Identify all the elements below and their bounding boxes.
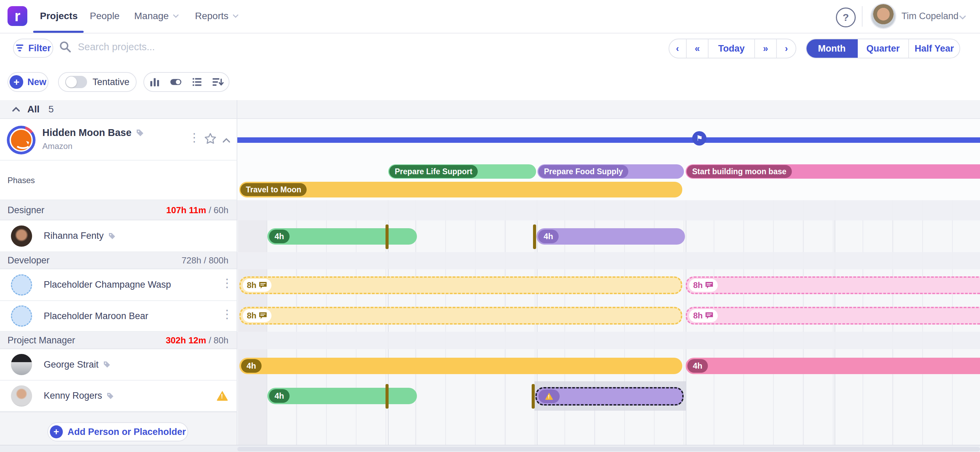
user-name: Tim Copeland <box>902 11 958 22</box>
search-icon <box>59 40 72 53</box>
phase-label: Prepare Life Support <box>389 165 478 178</box>
add-person-button[interactable]: + Add Person or Placeholder <box>48 422 188 441</box>
comment-icon <box>705 281 714 289</box>
assignment-label: 4h <box>538 230 558 243</box>
person-avatar[interactable] <box>11 225 32 247</box>
nav-tab-label: Projects <box>40 11 78 22</box>
view-tab-label: Quarter <box>866 43 900 54</box>
assignment-label: 4h <box>241 359 262 373</box>
today-label: Today <box>718 43 745 54</box>
chart-icon[interactable] <box>149 76 161 88</box>
assignment-hours: 8h <box>693 311 703 320</box>
next-day-button[interactable]: › <box>777 39 796 58</box>
role-row-project-manager: Project Manager 302h 12m / 80h <box>0 332 980 349</box>
person-row-placeholder-maroon-bear: Placeholder Maroon Bear ⋮ 8h 8h <box>0 301 980 332</box>
project-name[interactable]: Hidden Moon Base <box>42 127 132 138</box>
view-tab-month[interactable]: Month <box>807 39 858 58</box>
search-input[interactable] <box>77 41 318 53</box>
placeholder-assignment-bar[interactable]: 8h <box>686 276 980 294</box>
collapse-chevron-up-icon[interactable] <box>11 104 21 115</box>
project-timeline-bar[interactable] <box>237 137 980 143</box>
assignment-bar[interactable]: 4h <box>267 388 417 404</box>
today-button[interactable]: Today <box>708 39 755 58</box>
phase-bar-prepare-life-support[interactable]: Prepare Life Support <box>388 165 536 179</box>
app-window: r Projects People Manage Reports ? Tim C… <box>0 0 980 452</box>
milestone-flag[interactable]: ⚑ <box>692 131 706 145</box>
nav-tab-manage[interactable]: Manage <box>134 0 180 32</box>
active-tab-underline <box>33 31 84 33</box>
comment-icon <box>258 281 267 289</box>
phase-bar-prepare-food-supply[interactable]: Prepare Food Supply <box>538 165 684 179</box>
phase-bar-travel-to-moon[interactable]: Travel to Moon <box>239 182 682 198</box>
person-name[interactable]: Placeholder Champagne Wasp <box>44 280 171 290</box>
display-options-group <box>143 72 229 92</box>
project-collapse-chevron-icon[interactable] <box>221 135 232 145</box>
placeholder-assignment-bar[interactable]: 8h <box>686 307 980 324</box>
person-row-kenny-rogers: Kenny Rogers 4h <box>0 380 980 412</box>
tentative-toggle[interactable]: Tentative <box>58 72 137 92</box>
assignment-bar[interactable]: 4h <box>267 228 417 244</box>
person-avatar[interactable] <box>11 354 32 375</box>
horizontal-scrollbar[interactable] <box>0 445 980 452</box>
role-hours: 728h / 800h <box>182 255 228 266</box>
add-person-label: Add Person or Placeholder <box>68 427 186 437</box>
row-menu-button[interactable]: ⋮ <box>221 280 233 286</box>
assignment-bar[interactable]: 4h <box>536 228 685 244</box>
role-hours: 107h 11m / 60h <box>166 204 228 215</box>
nav-tab-projects[interactable]: Projects <box>40 0 78 32</box>
next-week-button[interactable]: » <box>755 39 777 58</box>
nav-tab-reports[interactable]: Reports <box>195 0 239 32</box>
person-row-placeholder-champagne-wasp: Placeholder Champagne Wasp ⋮ 8h 8h <box>0 269 980 301</box>
warning-icon[interactable] <box>216 391 228 401</box>
role-row-designer: Designer 107h 11m / 60h <box>0 200 980 220</box>
assignment-label: 4h <box>269 230 290 243</box>
new-button[interactable]: + New <box>8 72 48 92</box>
filter-button[interactable]: Filter <box>13 38 53 58</box>
hours-used: 302h 12m <box>165 335 206 345</box>
phase-label: Travel to Moon <box>240 183 307 196</box>
assignment-bar-overallocated[interactable]: 4h <box>239 358 682 374</box>
tag-icon <box>135 128 145 137</box>
comment-icon <box>705 311 714 320</box>
hours-capacity: / 60h <box>208 204 228 215</box>
overallocation-strip <box>686 355 980 360</box>
list-icon[interactable] <box>191 76 203 88</box>
placeholder-avatar[interactable] <box>11 305 32 327</box>
prev-week-button[interactable]: « <box>687 39 708 58</box>
row-menu-button[interactable]: ⋮ <box>221 311 233 318</box>
logo-letter: r <box>14 8 20 24</box>
placeholder-assignment-bar[interactable]: 8h <box>239 276 682 294</box>
user-menu-chevron-icon[interactable] <box>958 13 967 22</box>
star-icon[interactable] <box>204 132 217 145</box>
help-button[interactable]: ? <box>836 8 856 27</box>
phase-bar-start-building-moon-base[interactable]: Start building moon base <box>686 165 980 179</box>
assignment-hours: 8h <box>247 281 256 289</box>
placeholder-assignment-bar[interactable]: 8h <box>239 307 682 324</box>
phase-label: Prepare Food Supply <box>538 165 628 178</box>
nav-tab-people[interactable]: People <box>90 0 119 32</box>
view-tab-quarter[interactable]: Quarter <box>858 39 909 58</box>
sort-icon[interactable] <box>212 76 224 88</box>
project-avatar[interactable] <box>7 126 35 155</box>
project-menu-button[interactable]: ⋮ <box>188 134 200 141</box>
person-name[interactable]: Placeholder Maroon Bear <box>44 311 148 321</box>
group-label: All <box>27 104 40 115</box>
user-avatar[interactable] <box>872 4 895 28</box>
assignment-bar[interactable]: 4h <box>686 358 980 374</box>
person-avatar[interactable] <box>11 385 32 407</box>
scrollbar-thumb[interactable] <box>237 447 980 451</box>
chevron-left-icon: ‹ <box>676 43 679 54</box>
placeholder-avatar[interactable] <box>11 274 32 295</box>
prev-day-button[interactable]: ‹ <box>669 39 687 58</box>
group-row-all[interactable]: All 5 <box>0 100 980 119</box>
role-row-developer: Developer 728h / 800h <box>0 252 980 269</box>
toggle-view-icon[interactable] <box>169 76 182 88</box>
runn-logo[interactable]: r <box>8 6 27 26</box>
double-chevron-right-icon: » <box>763 43 768 54</box>
phases-row: Phases Prepare Life Support Prepare Food… <box>0 161 980 200</box>
assignment-bar-selected[interactable] <box>535 387 684 406</box>
person-name[interactable]: Kenny Rogers <box>44 391 102 401</box>
view-tab-half-year[interactable]: Half Year <box>909 39 959 58</box>
person-name[interactable]: Rihanna Fenty <box>44 231 104 241</box>
person-name[interactable]: George Strait <box>44 359 99 370</box>
